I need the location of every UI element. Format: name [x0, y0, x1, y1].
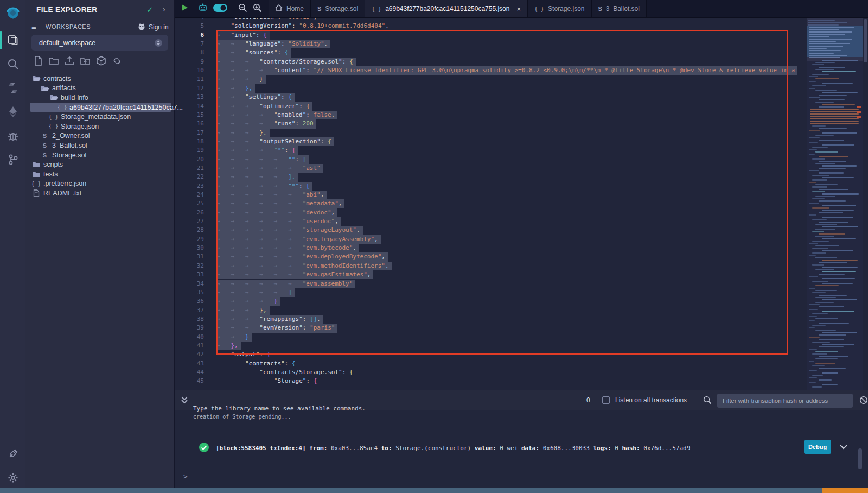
code-line-9: →→→"contracts/Storage.sol": {: [216, 58, 807, 66]
tree-item-artifacts[interactable]: artifacts: [25, 84, 175, 93]
minimap-line: [809, 41, 836, 42]
zoom-out-icon[interactable]: [238, 3, 247, 15]
hamburger-icon[interactable]: ≡: [31, 22, 36, 31]
expand-tx-icon[interactable]: [839, 442, 848, 454]
ai-assistant-icon[interactable]: [198, 3, 208, 15]
code-line-21: →→→→→→"ast": [216, 164, 807, 173]
tab-storage-json[interactable]: { }Storage.json: [528, 0, 591, 17]
tree-item-storage-metadata-json[interactable]: { }Storage_metadata.json: [25, 112, 175, 122]
remix-logo-icon[interactable]: [0, 3, 25, 25]
tree-item-build-info[interactable]: build-info: [25, 93, 175, 103]
tab-home[interactable]: Home: [269, 0, 311, 17]
tree-item-label: scripts: [43, 161, 63, 168]
tree-item-storage-sol[interactable]: SStorage.sol: [25, 150, 175, 160]
code-line-41: →},: [216, 342, 807, 350]
minimap-line: [819, 334, 846, 336]
minimap-line: [819, 262, 847, 263]
minimap[interactable]: [807, 18, 863, 390]
tree-item-contracts[interactable]: contracts: [25, 74, 175, 84]
minimap-line: [812, 252, 826, 254]
settings-icon[interactable]: [0, 467, 25, 489]
tree-item-label: contracts: [43, 75, 71, 83]
code-line-18: →→→"outputSelection": {: [216, 137, 807, 146]
ai-toggle-icon[interactable]: [213, 4, 227, 14]
minimap-line: [812, 264, 824, 265]
minimap-line: [819, 95, 847, 96]
zoom-in-icon[interactable]: [253, 3, 262, 15]
minimap-line: [810, 109, 859, 110]
link-icon[interactable]: [111, 55, 122, 66]
collapse-terminal-icon[interactable]: [181, 396, 188, 407]
tab-storage-sol[interactable]: SStorage.sol: [311, 0, 365, 17]
plugin-manager-icon[interactable]: [0, 443, 25, 465]
tree-item-readme-txt[interactable]: README.txt: [25, 188, 175, 198]
editor-scrollbar[interactable]: [864, 19, 867, 62]
transaction-count: 0: [586, 396, 590, 404]
sign-in-button[interactable]: Sign in: [149, 23, 169, 31]
minimap-line: [815, 90, 837, 91]
active-plugin-indicator: [0, 31, 2, 49]
terminal-scrollbar[interactable]: [858, 448, 862, 469]
minimap-line: [809, 349, 817, 350]
code-line-29: →→→→→→"evm.legacyAssembly",: [216, 235, 807, 244]
workspace-selected-value: default_workspace: [39, 39, 95, 47]
new-file-icon[interactable]: [33, 55, 43, 66]
minimap-line: [809, 309, 818, 310]
listen-checkbox[interactable]: [602, 396, 610, 404]
transaction-filter-input[interactable]: [717, 394, 853, 408]
listen-label[interactable]: Listen on all transactions: [615, 396, 687, 404]
minimap-line: [809, 382, 816, 383]
tree-item-label: a69b43f277ba20fcac141151250ca7...: [69, 104, 183, 111]
terminal-prompt[interactable]: >: [183, 472, 188, 481]
minimap-line: [809, 55, 847, 56]
clear-terminal-icon[interactable]: [859, 396, 868, 407]
minimap-line: [809, 31, 852, 33]
deploy-run-icon[interactable]: [0, 101, 25, 123]
new-folder-icon[interactable]: [48, 55, 59, 66]
tree-item-storage-json[interactable]: { }Storage.json: [25, 122, 175, 131]
workspace-select[interactable]: default_workspace: [31, 35, 168, 51]
upload-folder-icon[interactable]: [80, 55, 91, 66]
close-tab-icon[interactable]: ×: [516, 5, 521, 13]
tree-item-scripts[interactable]: scripts: [25, 160, 175, 169]
tree-item-3-ballot-sol[interactable]: S3_Ballot.sol: [25, 141, 175, 150]
tab-3-ballot-sol[interactable]: S3_Ballot.sol: [592, 0, 647, 17]
run-script-icon[interactable]: [181, 4, 188, 14]
upload-file-icon[interactable]: [64, 55, 75, 66]
solidity-compiler-icon[interactable]: [0, 77, 25, 99]
transaction-row[interactable]: [block:5583405 txIndex:4] from: 0xa03...…: [175, 441, 868, 457]
minimap-line: [812, 158, 825, 159]
file-icon: [31, 189, 41, 197]
status-alert-badge[interactable]: [822, 488, 868, 493]
minimap-line: [815, 69, 834, 70]
minimap-line: [819, 67, 845, 68]
minimap-line: [810, 121, 859, 122]
line-number: 31: [175, 252, 204, 261]
minimap-line: [812, 147, 828, 148]
line-number: 45: [175, 377, 204, 385]
code-line-25: →→→→→→"metadata",: [216, 199, 807, 208]
minimap-line: [809, 288, 815, 289]
line-number: 43: [175, 359, 204, 368]
chevron-right-icon[interactable]: ›: [163, 5, 165, 14]
explorer-toolbar: [28, 55, 122, 67]
minimap-line: [815, 78, 839, 79]
debug-button[interactable]: Debug: [804, 440, 831, 454]
tree-item-tests[interactable]: tests: [25, 169, 175, 179]
tree-item-label: tests: [43, 170, 58, 178]
tab-label: 3_Ballot.sol: [606, 5, 640, 12]
file-explorer-icon[interactable]: [0, 29, 25, 51]
tree-item-2-owner-sol[interactable]: S2_Owner.sol: [25, 131, 175, 141]
code-editor[interactable]: 4567891011121314151617181920212223242526…: [175, 18, 868, 390]
search-icon[interactable]: [0, 53, 25, 75]
minimap-line: [822, 271, 856, 272]
code-line-20: →→→→→"": [: [216, 155, 807, 164]
line-number: 17: [175, 129, 204, 137]
tree-item--prettierrc-json[interactable]: { }.prettierrc.json: [25, 179, 175, 189]
workspace-box-icon[interactable]: [95, 55, 106, 66]
debugger-icon[interactable]: [0, 125, 25, 147]
tab-a69b43f277ba20fcac141151250ca755-json[interactable]: { }a69b43f277ba20fcac141151250ca755.json…: [365, 0, 528, 17]
line-number: 36: [175, 297, 204, 306]
tree-item-a69b43f277ba20fcac141151250ca7-[interactable]: { }a69b43f277ba20fcac141151250ca7...: [30, 103, 171, 112]
git-icon[interactable]: [0, 149, 25, 170]
